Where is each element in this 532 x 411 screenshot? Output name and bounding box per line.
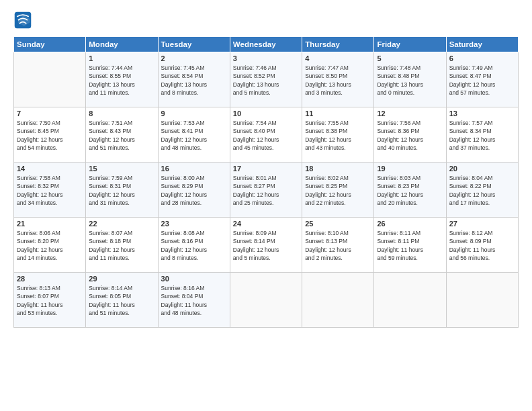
day-info: Sunrise: 8:04 AM Sunset: 8:22 PM Dayligh… (449, 174, 515, 207)
day-info: Sunrise: 8:01 AM Sunset: 8:27 PM Dayligh… (233, 174, 299, 207)
day-number: 15 (89, 165, 154, 173)
header-cell-wednesday: Wednesday (230, 37, 302, 52)
header-cell-sunday: Sunday (14, 37, 86, 52)
day-number: 6 (449, 54, 515, 62)
day-number: 30 (161, 275, 227, 283)
day-info: Sunrise: 7:50 AM Sunset: 8:45 PM Dayligh… (17, 119, 83, 152)
calendar-cell: 30Sunrise: 8:16 AM Sunset: 8:04 PM Dayli… (158, 273, 230, 328)
calendar-cell (446, 273, 518, 328)
week-row-2: 14Sunrise: 7:58 AM Sunset: 8:32 PM Dayli… (14, 163, 519, 218)
day-number: 14 (17, 165, 83, 173)
calendar-cell: 14Sunrise: 7:58 AM Sunset: 8:32 PM Dayli… (14, 163, 86, 218)
calendar-cell (14, 52, 86, 107)
calendar-page: SundayMondayTuesdayWednesdayThursdayFrid… (0, 0, 532, 411)
day-number: 20 (449, 165, 515, 173)
header-cell-thursday: Thursday (302, 37, 374, 52)
day-number: 10 (233, 109, 299, 118)
calendar-cell (374, 273, 446, 328)
day-number: 19 (377, 165, 443, 173)
calendar-cell: 7Sunrise: 7:50 AM Sunset: 8:45 PM Daylig… (14, 107, 86, 163)
week-row-1: 7Sunrise: 7:50 AM Sunset: 8:45 PM Daylig… (14, 107, 519, 163)
day-number: 28 (17, 275, 83, 283)
day-info: Sunrise: 8:06 AM Sunset: 8:20 PM Dayligh… (17, 229, 83, 262)
day-info: Sunrise: 7:47 AM Sunset: 8:50 PM Dayligh… (305, 64, 371, 97)
calendar-cell: 1Sunrise: 7:44 AM Sunset: 8:55 PM Daylig… (86, 52, 158, 107)
calendar-cell: 4Sunrise: 7:47 AM Sunset: 8:50 PM Daylig… (302, 52, 374, 107)
day-info: Sunrise: 8:07 AM Sunset: 8:18 PM Dayligh… (89, 229, 154, 262)
calendar-cell: 15Sunrise: 7:59 AM Sunset: 8:31 PM Dayli… (86, 163, 158, 218)
header-cell-monday: Monday (86, 37, 158, 52)
calendar-cell: 20Sunrise: 8:04 AM Sunset: 8:22 PM Dayli… (446, 163, 518, 218)
day-number: 13 (449, 109, 515, 118)
calendar-cell: 22Sunrise: 8:07 AM Sunset: 8:18 PM Dayli… (86, 218, 158, 273)
day-number: 1 (89, 54, 154, 62)
day-number: 26 (377, 220, 443, 228)
calendar-cell: 3Sunrise: 7:46 AM Sunset: 8:52 PM Daylig… (230, 52, 302, 107)
calendar-cell: 21Sunrise: 8:06 AM Sunset: 8:20 PM Dayli… (14, 218, 86, 273)
calendar-cell: 19Sunrise: 8:03 AM Sunset: 8:23 PM Dayli… (374, 163, 446, 218)
calendar-cell: 2Sunrise: 7:45 AM Sunset: 8:54 PM Daylig… (158, 52, 230, 107)
header (13, 11, 519, 30)
day-number: 25 (305, 220, 371, 228)
day-info: Sunrise: 7:46 AM Sunset: 8:52 PM Dayligh… (233, 64, 299, 97)
day-number: 2 (161, 54, 227, 62)
day-info: Sunrise: 7:57 AM Sunset: 8:34 PM Dayligh… (449, 119, 515, 152)
day-info: Sunrise: 7:55 AM Sunset: 8:38 PM Dayligh… (305, 119, 371, 152)
day-info: Sunrise: 7:51 AM Sunset: 8:43 PM Dayligh… (89, 119, 154, 152)
day-info: Sunrise: 7:56 AM Sunset: 8:36 PM Dayligh… (377, 119, 443, 152)
day-number: 8 (89, 109, 154, 118)
day-info: Sunrise: 8:03 AM Sunset: 8:23 PM Dayligh… (377, 174, 443, 207)
calendar-cell: 27Sunrise: 8:12 AM Sunset: 8:09 PM Dayli… (446, 218, 518, 273)
day-number: 7 (17, 109, 83, 118)
calendar-cell: 10Sunrise: 7:54 AM Sunset: 8:40 PM Dayli… (230, 107, 302, 163)
day-number: 3 (233, 54, 299, 62)
day-info: Sunrise: 7:54 AM Sunset: 8:40 PM Dayligh… (233, 119, 299, 152)
day-number: 21 (17, 220, 83, 228)
header-cell-saturday: Saturday (446, 37, 518, 52)
calendar-cell: 26Sunrise: 8:11 AM Sunset: 8:11 PM Dayli… (374, 218, 446, 273)
calendar-cell: 5Sunrise: 7:48 AM Sunset: 8:48 PM Daylig… (374, 52, 446, 107)
calendar-cell: 24Sunrise: 8:09 AM Sunset: 8:14 PM Dayli… (230, 218, 302, 273)
day-info: Sunrise: 8:16 AM Sunset: 8:04 PM Dayligh… (161, 284, 227, 317)
day-info: Sunrise: 7:45 AM Sunset: 8:54 PM Dayligh… (161, 64, 227, 97)
logo (13, 11, 34, 30)
header-row: SundayMondayTuesdayWednesdayThursdayFrid… (14, 37, 519, 52)
day-info: Sunrise: 8:09 AM Sunset: 8:14 PM Dayligh… (233, 229, 299, 262)
calendar-cell: 18Sunrise: 8:02 AM Sunset: 8:25 PM Dayli… (302, 163, 374, 218)
day-info: Sunrise: 8:02 AM Sunset: 8:25 PM Dayligh… (305, 174, 371, 207)
calendar-cell: 29Sunrise: 8:14 AM Sunset: 8:05 PM Dayli… (86, 273, 158, 328)
day-info: Sunrise: 7:48 AM Sunset: 8:48 PM Dayligh… (377, 64, 443, 97)
calendar-cell: 8Sunrise: 7:51 AM Sunset: 8:43 PM Daylig… (86, 107, 158, 163)
calendar-cell: 13Sunrise: 7:57 AM Sunset: 8:34 PM Dayli… (446, 107, 518, 163)
calendar-cell: 9Sunrise: 7:53 AM Sunset: 8:41 PM Daylig… (158, 107, 230, 163)
calendar-cell: 23Sunrise: 8:08 AM Sunset: 8:16 PM Dayli… (158, 218, 230, 273)
day-number: 22 (89, 220, 154, 228)
day-info: Sunrise: 8:14 AM Sunset: 8:05 PM Dayligh… (89, 284, 154, 317)
calendar-cell: 28Sunrise: 8:13 AM Sunset: 8:07 PM Dayli… (14, 273, 86, 328)
day-info: Sunrise: 7:53 AM Sunset: 8:41 PM Dayligh… (161, 119, 227, 152)
week-row-0: 1Sunrise: 7:44 AM Sunset: 8:55 PM Daylig… (14, 52, 519, 107)
day-info: Sunrise: 7:44 AM Sunset: 8:55 PM Dayligh… (89, 64, 154, 97)
day-info: Sunrise: 8:12 AM Sunset: 8:09 PM Dayligh… (449, 229, 515, 262)
week-row-4: 28Sunrise: 8:13 AM Sunset: 8:07 PM Dayli… (14, 273, 519, 328)
day-info: Sunrise: 8:08 AM Sunset: 8:16 PM Dayligh… (161, 229, 227, 262)
day-number: 4 (305, 54, 371, 62)
header-cell-friday: Friday (374, 37, 446, 52)
day-number: 27 (449, 220, 515, 228)
calendar-cell: 16Sunrise: 8:00 AM Sunset: 8:29 PM Dayli… (158, 163, 230, 218)
header-cell-tuesday: Tuesday (158, 37, 230, 52)
day-number: 12 (377, 109, 443, 118)
day-number: 18 (305, 165, 371, 173)
day-number: 16 (161, 165, 227, 173)
day-number: 29 (89, 275, 154, 283)
calendar-table: SundayMondayTuesdayWednesdayThursdayFrid… (13, 36, 519, 328)
day-info: Sunrise: 7:49 AM Sunset: 8:47 PM Dayligh… (449, 64, 515, 97)
day-info: Sunrise: 8:00 AM Sunset: 8:29 PM Dayligh… (161, 174, 227, 207)
day-info: Sunrise: 8:10 AM Sunset: 8:13 PM Dayligh… (305, 229, 371, 262)
calendar-cell: 17Sunrise: 8:01 AM Sunset: 8:27 PM Dayli… (230, 163, 302, 218)
calendar-cell (302, 273, 374, 328)
day-number: 23 (161, 220, 227, 228)
day-number: 11 (305, 109, 371, 118)
day-info: Sunrise: 8:13 AM Sunset: 8:07 PM Dayligh… (17, 284, 83, 317)
day-info: Sunrise: 7:58 AM Sunset: 8:32 PM Dayligh… (17, 174, 83, 207)
